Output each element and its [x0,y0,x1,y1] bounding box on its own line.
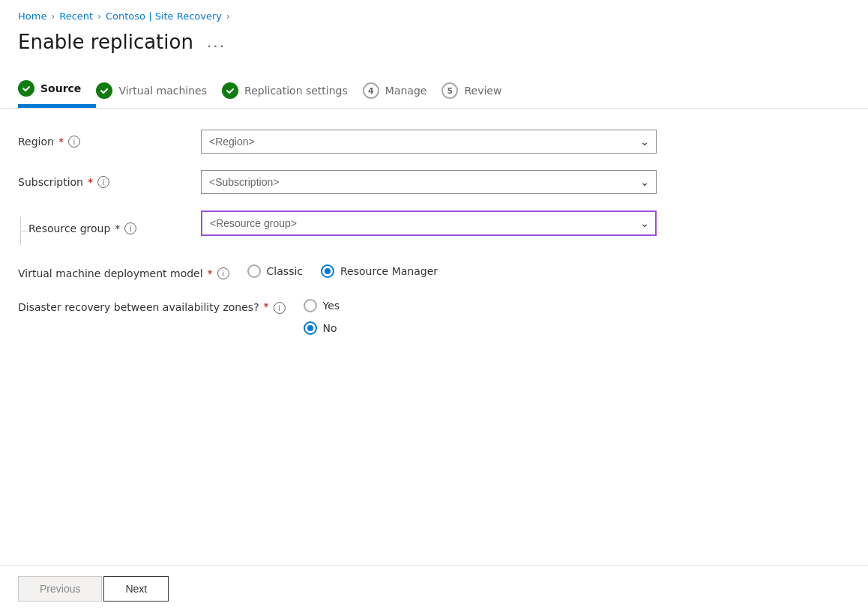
resource-group-indent-label: Resource group * i [28,216,136,234]
bottom-bar: Previous Next [0,565,868,612]
region-row: Region * i <Region> ⌄ [18,130,657,154]
region-info-icon[interactable]: i [68,136,80,148]
step-vms-label: Virtual machines [118,85,207,97]
region-label: Region * i [18,130,183,148]
breadcrumb: Home › Recent › Contoso | Site Recovery … [0,0,868,28]
subscription-select[interactable]: <Subscription> [201,170,657,194]
step-virtual-machines[interactable]: Virtual machines [96,73,222,108]
deployment-model-control: Classic Resource Manager [247,261,657,278]
breadcrumb-sep-1: › [51,11,55,22]
disaster-recovery-no-dot [307,325,313,331]
deployment-model-label: Virtual machine deployment model * i [18,261,229,279]
deployment-resource-manager-dot [325,268,331,274]
breadcrumb-recent[interactable]: Recent [59,10,93,22]
deployment-resource-manager-radio[interactable] [321,264,334,278]
disaster-recovery-info-icon[interactable]: i [274,302,286,314]
step-manage-label: Manage [385,85,427,97]
step-review-label: Review [464,85,501,97]
resource-group-select[interactable]: <Resource group> [201,210,657,236]
disaster-recovery-control: Yes No [304,296,657,335]
step-vms-icon [96,82,112,99]
disaster-recovery-no-radio[interactable] [304,321,317,335]
step-source[interactable]: Source [18,71,96,108]
step-source-label: Source [40,82,81,94]
resource-group-row: Resource group * i <Resource group> ⌄ [18,210,657,245]
step-review-icon: 5 [441,82,458,99]
disaster-recovery-yes-radio[interactable] [304,299,317,312]
disaster-recovery-row: Disaster recovery between availability z… [18,296,657,335]
step-review[interactable]: 5 Review [441,73,516,108]
subscription-info-icon[interactable]: i [97,176,109,188]
disaster-recovery-required: * [264,300,269,312]
deployment-resource-manager-option[interactable]: Resource Manager [321,264,438,278]
form-area: Region * i <Region> ⌄ Subscription * i <… [0,109,675,372]
breadcrumb-site-recovery[interactable]: Contoso | Site Recovery [106,10,222,22]
step-manage[interactable]: 4 Manage [363,73,442,108]
breadcrumb-sep-2: › [97,11,101,22]
subscription-required: * [88,176,93,188]
deployment-model-row: Virtual machine deployment model * i Cla… [18,261,657,279]
steps-nav: Source Virtual machines Replication sett… [0,71,868,109]
resource-group-control: <Resource group> ⌄ [201,210,657,236]
resource-group-label-wrapper: Resource group * i [18,210,183,245]
step-manage-icon: 4 [363,82,379,99]
deployment-model-required: * [208,267,213,279]
disaster-recovery-yes-option[interactable]: Yes [304,299,657,312]
page-header: Enable replication ... [0,28,868,71]
page-title: Enable replication [18,31,193,53]
resource-group-required: * [115,222,120,234]
subscription-row: Subscription * i <Subscription> ⌄ [18,170,657,194]
step-source-icon [18,80,34,97]
breadcrumb-home[interactable]: Home [18,10,46,22]
subscription-label: Subscription * i [18,170,183,188]
step-replication-label: Replication settings [244,85,348,97]
step-replication-settings[interactable]: Replication settings [222,73,363,108]
next-button[interactable]: Next [103,576,169,602]
region-required: * [58,136,64,148]
disaster-recovery-radio-group: Yes No [304,296,657,335]
disaster-recovery-no-option[interactable]: No [304,321,657,335]
disaster-recovery-label: Disaster recovery between availability z… [18,296,286,315]
deployment-classic-option[interactable]: Classic [247,264,303,278]
breadcrumb-sep-3: › [226,11,230,22]
more-actions-button[interactable]: ... [202,31,230,52]
previous-button[interactable]: Previous [18,576,102,602]
region-select-wrapper: <Region> ⌄ [201,130,657,154]
step-replication-icon [222,82,238,99]
subscription-select-wrapper: <Subscription> ⌄ [201,170,657,194]
subscription-control: <Subscription> ⌄ [201,170,657,194]
deployment-model-info-icon[interactable]: i [217,267,229,279]
region-select[interactable]: <Region> [201,130,657,154]
region-control: <Region> ⌄ [201,130,657,154]
deployment-model-radio-group: Classic Resource Manager [247,261,657,278]
deployment-classic-radio[interactable] [247,264,261,278]
resource-group-info-icon[interactable]: i [124,222,136,234]
resource-group-select-wrapper: <Resource group> ⌄ [201,210,657,236]
